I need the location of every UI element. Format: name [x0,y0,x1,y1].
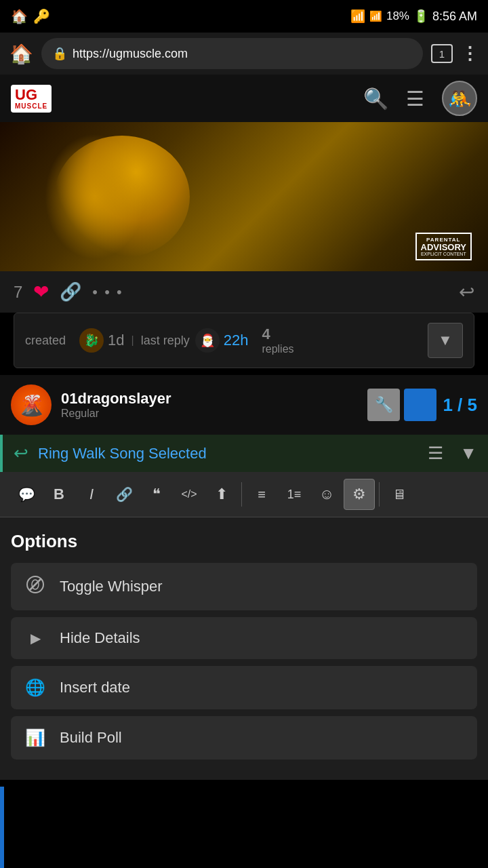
thread-stats: created 🐉 1d | last reply 🎅 22h 4 replie… [14,313,474,368]
site-header: UG MUSCLE 🔍 ☰ 🤼 [0,75,488,122]
build-poll-option[interactable]: 📊 Build Poll [11,716,477,760]
reply-bar-arrow-icon: ↩ [14,443,28,464]
hide-details-icon: ▶ [24,630,46,646]
page-indicator: 1 / 5 [443,395,477,416]
replies-label: replies [262,343,293,355]
post-actions: 7 ❤ 🔗 • • • ↩ [0,271,488,313]
created-time: 1d [108,332,124,349]
toggle-whisper-label: Toggle Whisper [60,578,163,595]
parental-advisory-badge: PARENTAL ADVISORY EXPLICIT CONTENT [415,233,472,260]
hide-details-option[interactable]: ▶ Hide Details [11,617,477,659]
replies-count: 4 [262,326,293,343]
like-count: 7 [14,283,22,302]
toolbar-italic-button[interactable]: I [76,479,107,510]
link-button[interactable]: 🔗 [60,281,81,302]
reply-bar-expand-icon[interactable]: ▼ [460,443,477,464]
lock-icon: 🔒 [52,46,67,61]
last-reply-time: 22h [224,332,249,349]
username: 01dragonslayer [61,390,171,408]
editor-toolbar: 💬 B I 🔗 ❝ </> ⬆ ≡ 1≡ ☺ ⚙ 🖥 [0,472,488,517]
replies-section: 4 replies [262,326,293,355]
toolbar-divider-2 [379,482,380,507]
last-reply-label: last reply [141,334,190,348]
status-bar: 🏠 🔑 📶 📶 18% 🔋 8:56 AM [0,0,488,33]
insert-date-option[interactable]: 🌐 Insert date [11,666,477,709]
search-icon[interactable]: 🔍 [363,87,388,111]
creator-avatar: 🐉 [79,328,104,353]
wrench-button[interactable]: 🔧 [367,389,400,421]
status-right-icons: 📶 📶 18% 🔋 8:56 AM [350,9,477,24]
toolbar-chat-button[interactable]: 💬 [11,479,42,510]
reply-bar: ↩ Ring Walk Song Selected ☰ ▼ [0,435,488,472]
whisper-icon [24,575,46,598]
url-bar[interactable]: 🔒 https://ugmuscle.com [41,38,423,69]
toolbar-preview-button[interactable]: 🖥 [384,479,415,510]
battery-icon: 🔋 [413,9,428,24]
browser-more-button[interactable]: ⋮ [461,43,479,64]
toolbar-link-button[interactable]: 🔗 [108,479,140,510]
logo-ug-text: UG [15,87,47,102]
build-poll-label: Build Poll [60,729,122,747]
key-icon: 🔑 [33,8,50,24]
user-post-header: 🌋 01dragonslayer Regular 🔧 1 / 5 [0,375,488,435]
post-image: PARENTAL ADVISORY EXPLICIT CONTENT [0,122,488,271]
insert-date-label: Insert date [60,679,130,696]
insert-date-icon: 🌐 [24,678,46,697]
left-accent-bar [0,787,4,868]
build-poll-icon: 📊 [24,728,46,747]
toggle-whisper-option[interactable]: Toggle Whisper [11,563,477,610]
signal-icon: 📶 [369,10,382,22]
options-panel: Options Toggle Whisper ▶ Hide Details 🌐 … [0,517,488,780]
user-avatar-header[interactable]: 🤼 [442,81,477,116]
expand-thread-button[interactable]: ▼ [428,323,463,358]
status-left-icons: 🏠 🔑 [11,8,50,24]
site-logo[interactable]: UG MUSCLE [11,85,52,113]
logo-muscle-text: MUSCLE [15,102,47,110]
toolbar-bold-button[interactable]: B [43,479,75,510]
hide-details-label: Hide Details [60,629,140,647]
toolbar-ordered-list-button[interactable]: 1≡ [279,479,310,510]
reply-button[interactable]: ↩ [459,281,474,303]
like-button[interactable]: ❤ [33,281,49,303]
toolbar-list-button[interactable]: ≡ [246,479,277,510]
last-reply-avatar: 🎅 [195,328,220,353]
home-status-icon: 🏠 [11,8,28,24]
menu-icon[interactable]: ☰ [406,87,424,111]
toolbar-options-button[interactable]: ⚙ [344,479,375,510]
post-image-content: PARENTAL ADVISORY EXPLICIT CONTENT [0,122,488,271]
toolbar-quote-button[interactable]: ❝ [141,479,172,510]
toolbar-upload-button[interactable]: ⬆ [206,479,237,510]
browser-bar: 🏠 🔒 https://ugmuscle.com 1 ⋮ [0,33,488,75]
toolbar-emoji-button[interactable]: ☺ [311,479,342,510]
blue-action-button[interactable] [404,389,436,421]
toolbar-code-button[interactable]: </> [174,479,205,510]
browser-home-icon[interactable]: 🏠 [9,43,33,65]
options-title: Options [11,531,477,552]
reply-bar-title[interactable]: Ring Walk Song Selected [38,445,207,462]
created-label: created [25,334,66,348]
post-author-avatar: 🌋 [11,384,52,425]
url-text: https://ugmuscle.com [73,47,188,61]
clock: 8:56 AM [432,9,477,24]
more-actions-button[interactable]: • • • [92,283,123,301]
reply-bar-menu-icon[interactable]: ☰ [428,443,443,464]
battery-indicator: 18% [386,9,409,23]
user-role: Regular [61,408,171,420]
tab-count-button[interactable]: 1 [431,44,453,63]
wifi-icon: 📶 [350,9,365,24]
toolbar-divider-1 [241,482,242,507]
user-info: 01dragonslayer Regular [61,390,171,420]
